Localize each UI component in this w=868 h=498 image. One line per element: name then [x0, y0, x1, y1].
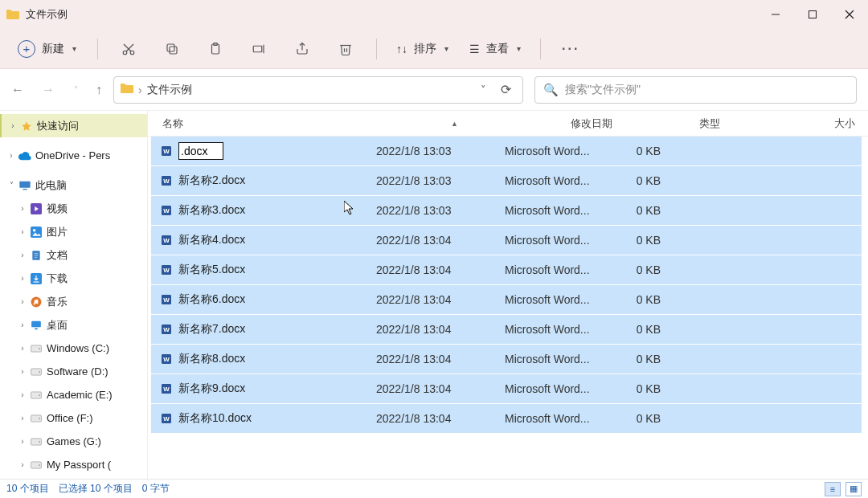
file-name: 新名称10.docx: [178, 411, 252, 426]
up-button[interactable]: ↑: [96, 83, 102, 97]
expander-icon[interactable]: ›: [6, 121, 19, 130]
sidebar-item[interactable]: ›Office (F:): [0, 406, 147, 430]
sidebar-item[interactable]: ›文档: [0, 243, 147, 267]
file-size: 0 KB: [609, 263, 674, 276]
svg-point-39: [39, 441, 40, 443]
cut-button[interactable]: [113, 42, 145, 56]
sort-button[interactable]: ↑↓ 排序 ▾: [391, 42, 453, 56]
file-type: Microsoft Word...: [505, 412, 609, 425]
title-bar[interactable]: 文件示例: [0, 0, 868, 29]
rename-input[interactable]: [178, 142, 223, 160]
breadcrumb[interactable]: 文件示例: [147, 83, 192, 97]
file-date: 2022/1/8 13:04: [376, 323, 505, 336]
chevron-down-icon: ▾: [517, 44, 521, 53]
expander-icon[interactable]: ›: [16, 227, 29, 236]
forward-button[interactable]: →: [42, 83, 55, 97]
table-row[interactable]: W新名称4.docx2022/1/8 13:04Microsoft Word..…: [151, 226, 862, 255]
table-row[interactable]: W新名称8.docx2022/1/8 13:04Microsoft Word..…: [151, 345, 862, 374]
expander-icon[interactable]: ›: [16, 344, 29, 353]
table-row[interactable]: W2022/1/8 13:03Microsoft Word...0 KB: [151, 137, 862, 165]
svg-point-31: [39, 348, 40, 349]
more-button[interactable]: ···: [555, 42, 586, 56]
file-list[interactable]: W2022/1/8 13:03Microsoft Word...0 KBW新名称…: [148, 137, 868, 479]
new-button[interactable]: + 新建 ▾: [11, 37, 83, 61]
expander-icon[interactable]: ›: [16, 390, 29, 399]
share-button[interactable]: [286, 42, 318, 56]
column-headers[interactable]: 名称 ▲ 修改日期 类型 大小: [148, 111, 868, 137]
file-type: Microsoft Word...: [505, 174, 609, 187]
file-date: 2022/1/8 13:03: [376, 174, 505, 187]
view-button[interactable]: ☰ 查看 ▾: [465, 42, 526, 56]
file-date: 2022/1/8 13:04: [376, 263, 505, 276]
svg-text:W: W: [163, 296, 170, 304]
col-type[interactable]: 类型: [699, 116, 804, 131]
table-row[interactable]: W新名称10.docx2022/1/8 13:04Microsoft Word.…: [151, 404, 862, 433]
file-type: Microsoft Word...: [505, 382, 609, 395]
table-row[interactable]: W新名称7.docx2022/1/8 13:04Microsoft Word..…: [151, 315, 862, 344]
sidebar-item[interactable]: ›Academic (E:): [0, 383, 147, 406]
expander-icon[interactable]: ›: [5, 151, 18, 160]
expander-icon[interactable]: ›: [16, 251, 29, 259]
table-row[interactable]: W新名称6.docx2022/1/8 13:04Microsoft Word..…: [151, 285, 862, 314]
download-icon: [29, 273, 43, 284]
close-button[interactable]: [831, 0, 868, 29]
address-dropdown-button[interactable]: ˅: [476, 84, 491, 96]
status-bar: 10 个项目 已选择 10 个项目 0 字节 ≡ ▦: [0, 479, 868, 498]
cloud-icon: [18, 151, 32, 161]
svg-rect-9: [167, 44, 174, 51]
expander-icon[interactable]: ›: [16, 320, 29, 329]
status-count: 10 个项目: [6, 482, 49, 496]
col-size[interactable]: 大小: [804, 116, 868, 131]
expander-icon[interactable]: ›: [16, 274, 29, 283]
sidebar-item[interactable]: ›Windows (C:): [0, 337, 147, 360]
sidebar-item[interactable]: ›Software (D:): [0, 360, 147, 383]
breadcrumb-sep: ›: [138, 84, 142, 96]
table-row[interactable]: W新名称5.docx2022/1/8 13:04Microsoft Word..…: [151, 255, 862, 284]
sidebar-item[interactable]: ˅此电脑: [0, 173, 147, 197]
details-view-button[interactable]: ≡: [825, 482, 841, 496]
minimize-button[interactable]: [757, 0, 794, 29]
thumbnails-view-button[interactable]: ▦: [845, 482, 862, 496]
sidebar-item[interactable]: ›My Passport (: [0, 453, 147, 476]
expander-icon[interactable]: ˅: [5, 181, 18, 190]
back-button[interactable]: ←: [11, 83, 24, 97]
sort-label: 排序: [414, 42, 436, 56]
sidebar-item-label: Academic (E:): [47, 389, 113, 401]
sidebar-item[interactable]: ›视频: [0, 197, 147, 220]
sidebar-item[interactable]: ›桌面: [0, 313, 147, 337]
sidebar-item[interactable]: ›Games (G:): [0, 430, 147, 453]
delete-button[interactable]: [330, 42, 362, 56]
svg-rect-12: [253, 46, 262, 52]
table-row[interactable]: W新名称9.docx2022/1/8 13:04Microsoft Word..…: [151, 374, 862, 403]
expander-icon[interactable]: ›: [16, 367, 29, 376]
recent-button[interactable]: ˅: [74, 85, 78, 94]
search-box[interactable]: 🔍 搜索"文件示例": [534, 76, 857, 104]
address-bar[interactable]: › 文件示例 ˅ ⟳: [113, 76, 523, 104]
col-date[interactable]: 修改日期: [571, 116, 699, 131]
expander-icon[interactable]: ›: [16, 204, 29, 213]
table-row[interactable]: W新名称3.docx2022/1/8 13:03Microsoft Word..…: [151, 196, 862, 225]
sidebar[interactable]: ›快速访问›OneDrive - Pers˅此电脑›视频›图片›文档›下载›音乐…: [0, 111, 148, 479]
sidebar-item[interactable]: ›图片: [0, 220, 147, 243]
svg-text:W: W: [163, 237, 170, 244]
sidebar-item[interactable]: ›音乐: [0, 290, 147, 313]
maximize-button[interactable]: [794, 0, 831, 29]
sidebar-item[interactable]: ›OneDrive - Pers: [0, 144, 147, 167]
copy-button[interactable]: [156, 42, 188, 56]
paste-button[interactable]: [199, 42, 231, 56]
col-name[interactable]: 名称: [162, 116, 386, 131]
refresh-button[interactable]: ⟳: [496, 82, 516, 97]
file-size: 0 KB: [609, 293, 674, 306]
toolbar: + 新建 ▾ ↑↓ 排序 ▾ ☰ 查看 ▾ ···: [0, 29, 868, 69]
expander-icon[interactable]: ›: [16, 460, 29, 469]
sidebar-item[interactable]: ›快速访问: [0, 114, 147, 137]
rename-button[interactable]: [243, 42, 275, 56]
chevron-down-icon: ▾: [444, 44, 448, 53]
expander-icon[interactable]: ›: [16, 437, 29, 446]
table-row[interactable]: W新名称2.docx2022/1/8 13:03Microsoft Word..…: [151, 166, 862, 195]
expander-icon[interactable]: ›: [16, 297, 29, 306]
file-size: 0 KB: [609, 234, 674, 247]
expander-icon[interactable]: ›: [16, 414, 29, 422]
sidebar-item[interactable]: ›下载: [0, 267, 147, 290]
view-icon: ☰: [469, 43, 480, 55]
